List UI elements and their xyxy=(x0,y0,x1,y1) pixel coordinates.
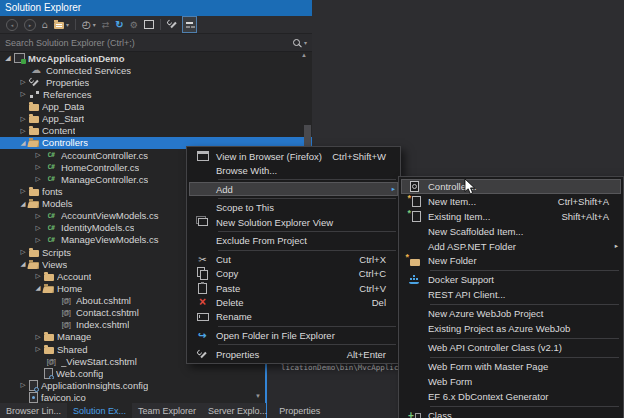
expand-arrow-icon[interactable] xyxy=(32,343,44,355)
menu-item[interactable]: Browse With... xyxy=(189,163,398,177)
scrollbar-up-icon[interactable]: ▲ xyxy=(301,52,307,58)
menu-item[interactable]: Web Form with Master Page xyxy=(401,360,621,375)
menu-item[interactable]: Web API Controller Class (v2.1) xyxy=(401,340,621,355)
menu-item-icon-slot xyxy=(189,218,216,226)
menu-item-label: Properties xyxy=(216,349,259,360)
delete-icon xyxy=(199,296,206,308)
menu-item[interactable]: Add xyxy=(189,182,398,196)
expand-arrow-icon[interactable] xyxy=(17,76,29,88)
forward-button[interactable] xyxy=(22,17,38,32)
tree-item-label: Contact.cshtml xyxy=(76,307,139,318)
menu-item[interactable]: Controller... xyxy=(401,179,621,194)
search-icon[interactable] xyxy=(293,39,300,46)
tab-label: Server Explo... xyxy=(208,406,267,416)
tool-window-tab[interactable]: Properties xyxy=(273,403,326,418)
menu-separator xyxy=(430,270,619,271)
expand-arrow-icon[interactable] xyxy=(32,331,44,343)
menu-item[interactable]: Class... xyxy=(401,408,621,418)
menu-item[interactable]: REST API Client... xyxy=(401,287,621,302)
menu-item-label: Exclude From Project xyxy=(216,235,307,246)
menu-item[interactable]: New Azure WebJob Project xyxy=(401,307,621,322)
tree-item-label: Shared xyxy=(57,344,88,355)
menu-item[interactable]: Copy Ctrl+C xyxy=(189,266,398,280)
browser-icon xyxy=(197,151,209,161)
cs-icon xyxy=(44,174,58,185)
menu-item[interactable]: Scope to This xyxy=(189,201,398,215)
menu-item[interactable]: Paste Ctrl+V xyxy=(189,281,398,295)
menu-item-shortcut: Ctrl+V xyxy=(359,283,398,294)
show-all-files-button[interactable] xyxy=(182,16,197,33)
tool-window-tab[interactable]: Team Explorer xyxy=(132,403,202,418)
home-button[interactable] xyxy=(40,17,50,32)
collapse-all-button[interactable] xyxy=(52,17,71,32)
menu-item[interactable]: Docker Support xyxy=(401,273,621,288)
menu-item[interactable]: View in Browser (Firefox) Ctrl+Shift+W xyxy=(189,149,398,163)
expand-arrow-icon[interactable] xyxy=(32,210,44,222)
menu-item-label: Docker Support xyxy=(428,274,494,285)
menu-item[interactable]: Existing Project as Azure WebJob xyxy=(401,321,621,336)
menu-item[interactable]: EF 6.x DbContext Generator xyxy=(401,389,621,404)
expand-arrow-icon[interactable] xyxy=(32,161,44,173)
expand-arrow-icon[interactable] xyxy=(17,88,29,100)
sync-icon xyxy=(102,20,110,30)
menu-item[interactable]: Exclude From Project xyxy=(189,234,398,248)
menu-item[interactable]: Web Form xyxy=(401,374,621,389)
expand-arrow-icon[interactable] xyxy=(32,173,44,185)
tool-window-tab[interactable]: Server Explo... xyxy=(202,403,273,418)
expand-arrow-icon[interactable] xyxy=(17,379,29,391)
expand-arrow-icon[interactable] xyxy=(32,270,44,282)
expand-arrow-icon[interactable] xyxy=(32,234,44,246)
expand-arrow-icon[interactable] xyxy=(17,125,29,137)
tool-window-tab[interactable]: Browser Lin... xyxy=(0,403,67,418)
tree-item[interactable]: Content xyxy=(0,125,312,137)
tree-item[interactable]: Connected Services xyxy=(0,64,312,76)
menu-item[interactable]: New Scaffolded Item... xyxy=(401,224,621,239)
cshtml-icon xyxy=(44,356,58,367)
menu-item[interactable]: Delete Del xyxy=(189,295,398,309)
refresh-button[interactable] xyxy=(113,17,125,32)
menu-item[interactable]: New Item... Ctrl+Shift+A xyxy=(401,194,621,209)
tree-item[interactable]: Properties xyxy=(0,76,312,88)
scrollbar-down-icon[interactable]: ▼ xyxy=(255,393,261,399)
menu-item[interactable]: Existing Item... Shift+Alt+A xyxy=(401,209,621,224)
menu-item[interactable]: New Solution Explorer View xyxy=(189,215,398,229)
existing-item-icon xyxy=(412,211,421,222)
tree-item-label: fonts xyxy=(42,186,63,197)
panel-titlebar[interactable]: Solution Explorer xyxy=(0,0,312,16)
menu-item[interactable]: New Folder xyxy=(401,253,621,268)
expand-arrow-icon[interactable] xyxy=(17,113,29,125)
expand-arrow-icon[interactable] xyxy=(2,52,14,64)
preview-button[interactable] xyxy=(142,17,156,32)
menu-item[interactable]: Cut Ctrl+X xyxy=(189,252,398,266)
folder-open-icon xyxy=(44,286,54,293)
pending-changes-button[interactable] xyxy=(80,17,98,32)
menu-separator xyxy=(218,344,396,345)
menu-item[interactable]: Open Folder in File Explorer xyxy=(189,328,398,342)
menu-separator xyxy=(218,198,396,199)
expand-arrow-icon[interactable] xyxy=(32,149,44,161)
expand-arrow-icon[interactable] xyxy=(32,222,44,234)
back-button[interactable] xyxy=(4,17,20,32)
menu-item[interactable]: Add ASP.NET Folder xyxy=(401,239,621,254)
tree-item[interactable]: References xyxy=(0,88,312,100)
tree-item[interactable]: MvcApplicationDemo xyxy=(0,52,312,64)
expand-arrow-icon[interactable] xyxy=(17,185,29,197)
tool-window-tab[interactable]: Solution Ex... xyxy=(67,403,132,418)
home-icon xyxy=(42,19,48,30)
menu-item[interactable]: Properties Alt+Enter xyxy=(189,347,398,361)
submenu-arrow-icon xyxy=(392,185,395,193)
menu-separator xyxy=(430,338,619,339)
window-controls xyxy=(294,0,312,16)
search-input[interactable]: Search Solution Explorer (Ctrl+;) xyxy=(0,38,293,48)
menu-item-icon-slot xyxy=(401,275,428,284)
context-menu: View in Browser (Firefox) Ctrl+Shift+W B… xyxy=(186,146,401,364)
tree-item[interactable]: App_Start xyxy=(0,113,312,125)
wrench-button[interactable] xyxy=(165,17,180,32)
menu-item[interactable]: Rename xyxy=(189,310,398,324)
tree-item[interactable]: App_Data xyxy=(0,101,312,113)
search-options-chevron-icon[interactable]: ▾ xyxy=(304,39,312,46)
expand-arrow-icon[interactable] xyxy=(17,246,29,258)
folder-icon xyxy=(29,128,39,135)
gear-button[interactable] xyxy=(128,17,140,32)
sync-button[interactable] xyxy=(100,17,112,32)
